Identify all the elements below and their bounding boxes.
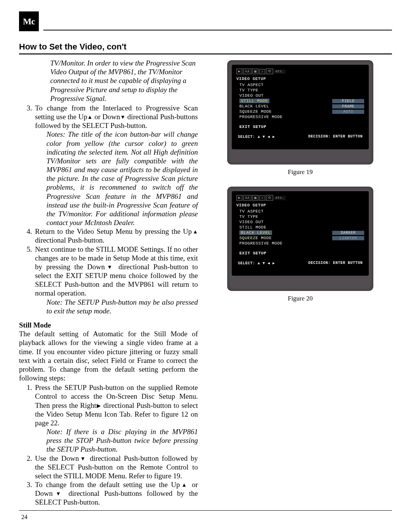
menu-item-highlight: BLACK LEVEL DARKER	[239, 230, 364, 235]
select-right: DECISION: ENTER BUTTON	[308, 261, 363, 265]
menu-item: SQUEEZE MODE LIGHTER	[239, 236, 364, 240]
tab-icon: A⅄	[243, 69, 252, 74]
up-arrow-icon: ▲	[180, 482, 188, 488]
step-5-body: Next continue to the STILL MODE Settings…	[35, 245, 198, 298]
fig20-exit: EXIT SETUP	[236, 251, 364, 256]
tab-icon: ▶	[236, 69, 242, 74]
down-arrow-icon: ▼	[79, 456, 87, 462]
tab-icon: ▶	[236, 195, 242, 201]
down-arrow-icon: ▼	[53, 491, 64, 497]
section-title-underline	[19, 53, 392, 55]
sm-step-1-body: Press the SETUP Push-button on the suppl…	[35, 383, 198, 427]
note-body: If there is a Disc playing in the MVP861…	[46, 428, 198, 453]
select-left: SELECT: ▲ ▼ ◀ ▶	[238, 261, 275, 265]
option-box: FIELD	[332, 99, 364, 103]
down-arrow-icon: ▼	[120, 114, 126, 120]
menu-item: PROGRESSIVE MODE	[239, 241, 364, 246]
menu-item-highlight: STILL MODE FIELD	[239, 99, 364, 103]
step-3-body: To change from the Interlaced to Progres…	[35, 104, 198, 130]
fig19-icon-row: ▶ A⅄ ▦ ♪ ⟲ etc.	[236, 69, 364, 74]
figure-19-caption: Figure 19	[288, 168, 313, 176]
figure-20-caption: Figure 20	[288, 295, 313, 302]
menu-item: TV ASPECT	[239, 83, 364, 87]
notes-body: The title of the icon button-bar will ch…	[46, 130, 198, 227]
note-label: Note:	[46, 298, 62, 306]
down-arrow-icon: ▼	[105, 264, 114, 270]
menu-item: STILL MODE	[239, 225, 364, 230]
still-mode-intro: The default setting of Automatic for the…	[19, 329, 198, 382]
select-left: SELECT: ▲ ▼ ◀ ▶	[238, 134, 275, 139]
notes-label: Notes:	[46, 130, 65, 138]
tab-icon: ▦	[252, 195, 258, 201]
sm-step-3-number: 3.	[27, 480, 35, 507]
option-box-dim: AUTO	[332, 110, 364, 114]
tab-etc: etc.	[274, 69, 286, 74]
fig19-select-row: SELECT: ▲ ▼ ◀ ▶ DECISION: ENTER BUTTON	[236, 134, 364, 139]
fig20-menu-title: VIDEO SETUP	[236, 203, 364, 208]
fig19-menu-list: TV ASPECT TV TYPE VIDEO OUT STILL MODE F…	[236, 83, 364, 119]
sm-step-1-number: 1.	[27, 383, 35, 427]
content-columns: TV/Monitor. In order to view the Progres…	[19, 59, 392, 507]
footer-rule	[19, 510, 392, 511]
fig19-menu-title: VIDEO SETUP	[236, 77, 364, 81]
menu-item: BLACK LEVEL FRAME	[239, 104, 364, 109]
sm-step-1-note: Note: If there is a Disc playing in the …	[19, 427, 198, 454]
fig20-icon-row: ▶ A⅄ ▦ ♪ ⟲ etc.	[236, 195, 364, 201]
sm-step-2-number: 2.	[27, 454, 35, 481]
note-label: Note:	[46, 428, 62, 436]
tab-icon: ♪	[259, 69, 265, 74]
page-header: Mc	[19, 11, 392, 31]
option-box-dim: LIGHTER	[332, 236, 364, 240]
sm-step-2-body: Use the Down▼ directional Push-button fo…	[35, 454, 198, 481]
menu-item: PROGRESSIVE MODE	[239, 115, 364, 119]
tab-icon: A⅄	[243, 195, 252, 201]
still-mode-heading: Still Mode	[19, 321, 198, 329]
tab-etc: etc.	[274, 196, 286, 200]
left-column: TV/Monitor. In order to view the Progres…	[19, 59, 198, 507]
figure-19-screen: ▶ A⅄ ▦ ♪ ⟲ etc. VIDEO SETUP TV ASPECT TV…	[232, 65, 369, 149]
manual-page: Mc How to Set the Video, con't TV/Monito…	[0, 0, 411, 532]
intro-note: TV/Monitor. In order to view the Progres…	[19, 59, 198, 103]
right-arrow-icon: ▶	[96, 403, 101, 409]
menu-item: VIDEO OUT	[239, 220, 364, 224]
sm-step-3: 3. To change from the default setting us…	[19, 480, 198, 507]
fig20-select-row: SELECT: ▲ ▼ ◀ ▶ DECISION: ENTER BUTTON	[236, 261, 364, 265]
tab-icon: ⟲	[266, 69, 273, 74]
intro-note-text: TV/Monitor. In order to view the Progres…	[50, 59, 196, 102]
step-4: 4. Return to the Video Setup Menu by pre…	[19, 227, 198, 244]
note-body: The SETUP Push-button may be also presse…	[46, 298, 198, 315]
step-5: 5. Next continue to the STILL MODE Setti…	[19, 245, 198, 298]
tab-icon: ▦	[252, 69, 258, 74]
figure-20-tv: ▶ A⅄ ▦ ♪ ⟲ etc. VIDEO SETUP TV ASPECT TV…	[227, 187, 373, 291]
brand-logo: Mc	[19, 11, 39, 31]
step-3: 3. To change from the Interlaced to Prog…	[19, 104, 198, 130]
step-5-note: Note: The SETUP Push-button may be also …	[19, 298, 198, 315]
fig20-menu-list: TV ASPECT TV TYPE VIDEO OUT STILL MODE B…	[236, 209, 364, 246]
tab-icon: ♪	[259, 195, 265, 201]
select-right: DECISION: ENTER BUTTON	[308, 134, 363, 139]
option-box: FRAME	[332, 104, 364, 109]
up-arrow-icon: ▲	[192, 229, 198, 235]
step-4-number: 4.	[27, 227, 35, 244]
sm-step-3-body: To change from the default setting use t…	[35, 480, 198, 507]
menu-item: TV ASPECT	[239, 209, 364, 214]
sm-step-1: 1. Press the SETUP Push-button on the su…	[19, 383, 198, 427]
figure-20-screen: ▶ A⅄ ▦ ♪ ⟲ etc. VIDEO SETUP TV ASPECT TV…	[232, 191, 369, 276]
sm-step-2: 2. Use the Down▼ directional Push-button…	[19, 454, 198, 481]
step-5-number: 5.	[27, 245, 35, 298]
fig19-exit: EXIT SETUP	[236, 125, 364, 129]
menu-item: TV TYPE	[239, 88, 364, 93]
right-column: ▶ A⅄ ▦ ♪ ⟲ etc. VIDEO SETUP TV ASPECT TV…	[209, 59, 392, 507]
figure-19-tv: ▶ A⅄ ▦ ♪ ⟲ etc. VIDEO SETUP TV ASPECT TV…	[227, 60, 373, 165]
step-3-number: 3.	[27, 104, 35, 130]
menu-item: TV TYPE	[239, 214, 364, 219]
page-number: 24	[21, 514, 27, 521]
up-arrow-icon: ▲	[87, 114, 92, 120]
menu-item: SQUEEZE MODE AUTO	[239, 109, 364, 114]
tab-icon: ⟲	[266, 195, 273, 201]
section-title: How to Set the Video, con't	[19, 42, 392, 52]
brand-logo-text: Mc	[23, 16, 35, 27]
header-rule	[43, 30, 392, 30]
step-3-notes: Notes: The title of the icon button-bar …	[19, 130, 198, 227]
step-4-body: Return to the Video Setup Menu by pressi…	[35, 227, 198, 244]
